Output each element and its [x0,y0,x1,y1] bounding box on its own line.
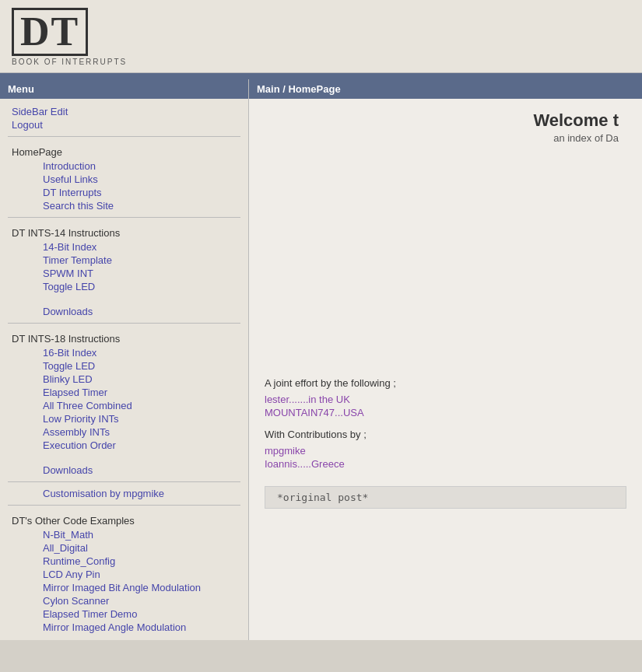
nav-14bit-index[interactable]: 14-Bit Index [0,240,248,254]
top-bar [0,73,642,79]
nav-all-digital[interactable]: All_Digital [0,541,248,555]
logo-subtitle: BOOK OF INTERRUPTS [12,58,630,66]
logo: DT [12,8,88,56]
nav-assembly-ints[interactable]: Assembly INTs [0,425,248,439]
divider-3 [8,323,240,324]
nav-downloads-18[interactable]: Downloads [0,464,248,477]
nav-mirror-imaged-bit[interactable]: Mirror Imaged Bit Angle Modulation [0,581,248,594]
divider-5 [8,505,240,506]
original-post-box: *original post* [265,486,626,509]
nav-useful-links[interactable]: Useful Links [0,173,248,186]
divider-2 [8,217,240,218]
sidebar-edit-link[interactable]: SideBar Edit [0,105,248,118]
nav-introduction[interactable]: Introduction [0,159,248,173]
nav-all-three-combined[interactable]: All Three Combined [0,399,248,412]
main-layout: Menu SideBar Edit Logout HomePage Introd… [0,79,642,640]
original-post-text: *original post* [277,492,368,503]
contributor-mpgmike[interactable]: mpgmike [265,444,626,457]
content-body: Welcome t an index of Da A joint effort … [249,99,642,520]
nav-toggle-led-18[interactable]: Toggle LED [0,359,248,373]
nav-cylon-scanner[interactable]: Cylon Scanner [0,594,248,607]
joint-effort-text: A joint effort by the following ; [265,377,626,389]
nav-mirror-imaged-angle[interactable]: Mirror Imaged Angle Modulation [0,621,248,634]
contributor-mountain747: MOUNTAIN747...USA [265,406,626,419]
nav-elapsed-timer[interactable]: Elapsed Timer [0,386,248,399]
nav-downloads-14[interactable]: Downloads [0,305,248,318]
section-ints18: DT INTS-18 Instructions [0,328,248,346]
nav-customisation-mpgmike[interactable]: Customisation by mpgmike [0,487,248,500]
nav-elapsed-timer-demo[interactable]: Elapsed Timer Demo [0,607,248,621]
logout-link[interactable]: Logout [0,118,248,131]
nav-execution-order[interactable]: Execution Order [0,439,248,452]
section-homepage: HomePage [0,142,248,159]
sidebar-header: Menu [0,79,248,99]
content-area: Main / HomePage Welcome t an index of Da… [249,79,642,640]
nav-runtime-config[interactable]: Runtime_Config [0,555,248,568]
content-header: Main / HomePage [249,79,642,99]
section-other-examples: DT's Other Code Examples [0,510,248,528]
nav-low-priority-ints[interactable]: Low Priority INTs [0,412,248,425]
nav-lcd-any-pin[interactable]: LCD Any Pin [0,568,248,581]
sidebar-content: SideBar Edit Logout HomePage Introductio… [0,99,248,640]
nav-16bit-index[interactable]: 16-Bit Index [0,346,248,359]
divider-4 [8,481,240,482]
divider-1 [8,136,240,137]
sidebar: Menu SideBar Edit Logout HomePage Introd… [0,79,249,640]
section-ints14: DT INTS-14 Instructions [0,222,248,240]
nav-search-this-site[interactable]: Search this Site [0,199,248,212]
nav-blinky-led[interactable]: Blinky LED [0,373,248,386]
nav-toggle-led-14[interactable]: Toggle LED [0,280,248,293]
nav-timer-template[interactable]: Timer Template [0,254,248,267]
nav-n-bit-math[interactable]: N-Bit_Math [0,528,248,541]
contributions-text: With Contributions by ; [265,429,626,440]
contributor-lester[interactable]: lester.......in the UK [265,393,626,406]
nav-dt-interrupts[interactable]: DT Interrupts [0,186,248,199]
welcome-image [265,156,626,366]
contributor-ioannis[interactable]: Ioannis.....Greece [265,457,626,471]
nav-spwm-int[interactable]: SPWM INT [0,267,248,280]
welcome-subtitle: an index of Da [265,132,626,144]
page-header: DT BOOK OF INTERRUPTS [0,0,642,73]
welcome-title: Welcome t [265,110,626,131]
